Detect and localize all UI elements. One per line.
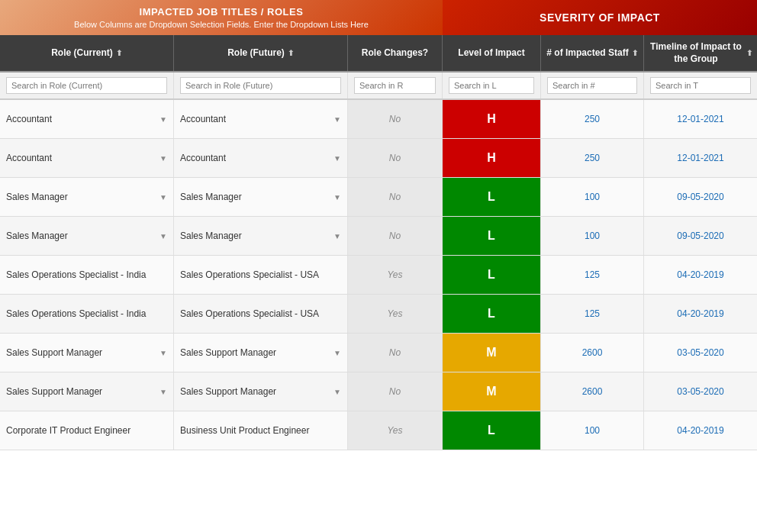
timeline-value: 04-20-2019: [677, 269, 723, 280]
cell-current: Sales Support Manager ▼: [0, 334, 174, 372]
cell-future: Sales Support Manager ▼: [174, 334, 348, 372]
search-row: [0, 73, 757, 100]
search-input-future[interactable]: [180, 77, 341, 94]
search-cell-staff: [541, 73, 644, 98]
search-cell-timeline: [644, 73, 757, 98]
cell-impact: L: [443, 411, 541, 450]
table-row: Sales Support Manager ▼ Sales Support Ma…: [0, 372, 757, 411]
changes-value: Yes: [387, 425, 402, 436]
impact-badge: H: [443, 139, 540, 177]
top-header: IMPACTED JOB TITLES / ROLES Below Column…: [0, 0, 757, 35]
sort-arrow-future[interactable]: ⬆: [288, 48, 294, 58]
cell-staff: 2600: [541, 334, 644, 372]
sort-arrow-staff[interactable]: ⬆: [632, 48, 638, 58]
table-row: Sales Support Manager ▼ Sales Support Ma…: [0, 334, 757, 372]
role-future-value: Sales Support Manager: [180, 386, 330, 397]
changes-value: No: [389, 114, 401, 124]
timeline-value: 12-01-2021: [677, 114, 723, 124]
sort-arrow-timeline[interactable]: ⬆: [746, 48, 752, 58]
changes-value: Yes: [387, 308, 402, 319]
data-rows: Accountant ▼ Accountant ▼ No H 250 12-01…: [0, 100, 757, 450]
cell-staff: 125: [541, 295, 644, 333]
cell-timeline: 04-20-2019: [644, 295, 757, 333]
sort-arrow-current[interactable]: ⬆: [116, 48, 122, 58]
cell-future: Sales Support Manager ▼: [174, 372, 348, 411]
cell-impact: L: [443, 295, 541, 333]
impact-badge: M: [443, 372, 540, 411]
cell-staff: 125: [541, 256, 644, 294]
cell-impact: L: [443, 217, 541, 255]
impacted-jobs-title: IMPACTED JOB TITLES / ROLES: [8, 6, 435, 18]
staff-value: 100: [585, 192, 600, 202]
cell-timeline: 04-20-2019: [644, 411, 757, 450]
timeline-value: 03-05-2020: [677, 386, 723, 397]
impact-badge: L: [443, 411, 540, 450]
impact-badge: M: [443, 334, 540, 372]
cell-impact: L: [443, 178, 541, 216]
role-future-value: Sales Operations Specialist - USA: [180, 269, 341, 280]
impact-badge: H: [443, 100, 540, 138]
cell-impact: H: [443, 100, 541, 138]
dropdown-arrow-future[interactable]: ▼: [333, 388, 341, 396]
table-row: Sales Manager ▼ Sales Manager ▼ No L 100…: [0, 217, 757, 256]
col-header-timeline[interactable]: Timeline of Impact to the Group ⬆: [644, 35, 757, 71]
cell-future: Sales Operations Specialist - USA: [174, 256, 348, 294]
impact-badge: L: [443, 217, 540, 255]
staff-value: 100: [585, 425, 600, 436]
changes-value: No: [389, 192, 401, 202]
role-current-value: Accountant: [6, 114, 156, 124]
staff-value: 125: [585, 269, 600, 280]
role-future-value: Accountant: [180, 114, 330, 124]
cell-impact: L: [443, 256, 541, 294]
dropdown-arrow-future[interactable]: ▼: [333, 193, 341, 202]
cell-current: Sales Operations Specialist - India: [0, 295, 174, 333]
changes-value: Yes: [387, 269, 402, 280]
dropdown-arrow-current[interactable]: ▼: [159, 154, 167, 163]
dropdown-arrow-current[interactable]: ▼: [159, 232, 167, 240]
cell-current: Sales Manager ▼: [0, 217, 174, 255]
cell-impact: H: [443, 139, 541, 177]
search-input-changes[interactable]: [354, 77, 436, 94]
col-header-current[interactable]: Role (Current) ⬆: [0, 35, 174, 71]
timeline-value: 03-05-2020: [677, 347, 723, 358]
search-input-impact[interactable]: [449, 77, 534, 94]
dropdown-arrow-future[interactable]: ▼: [333, 349, 341, 357]
cell-current: Accountant ▼: [0, 139, 174, 177]
cell-current: Sales Operations Specialist - India: [0, 256, 174, 294]
role-current-value: Sales Operations Specialist - India: [6, 269, 167, 280]
staff-value: 125: [585, 308, 600, 319]
main-table: IMPACTED JOB TITLES / ROLES Below Column…: [0, 0, 757, 450]
dropdown-arrow-future[interactable]: ▼: [333, 154, 341, 163]
changes-value: No: [389, 153, 401, 163]
cell-future: Sales Manager ▼: [174, 217, 348, 255]
cell-current: Accountant ▼: [0, 100, 174, 138]
timeline-value: 09-05-2020: [677, 231, 723, 241]
role-future-value: Sales Manager: [180, 192, 330, 202]
cell-timeline: 09-05-2020: [644, 217, 757, 255]
cell-staff: 2600: [541, 372, 644, 411]
role-current-value: Sales Support Manager: [6, 347, 156, 358]
cell-changes: No: [348, 139, 443, 177]
role-future-value: Sales Operations Specialist - USA: [180, 308, 341, 319]
search-input-current[interactable]: [6, 77, 167, 94]
dropdown-arrow-future[interactable]: ▼: [333, 232, 341, 240]
dropdown-arrow-current[interactable]: ▼: [159, 349, 167, 357]
cell-changes: No: [348, 334, 443, 372]
cell-future: Sales Manager ▼: [174, 178, 348, 216]
cell-timeline: 09-05-2020: [644, 178, 757, 216]
dropdown-arrow-current[interactable]: ▼: [159, 388, 167, 396]
search-input-staff[interactable]: [547, 77, 637, 94]
dropdown-arrow-current[interactable]: ▼: [159, 193, 167, 202]
cell-current: Sales Manager ▼: [0, 178, 174, 216]
cell-timeline: 12-01-2021: [644, 100, 757, 138]
col-header-staff[interactable]: # of Impacted Staff ⬆: [541, 35, 644, 71]
dropdown-arrow-future[interactable]: ▼: [333, 115, 341, 124]
changes-value: No: [389, 386, 401, 397]
dropdown-arrow-current[interactable]: ▼: [159, 115, 167, 124]
cell-timeline: 03-05-2020: [644, 372, 757, 411]
cell-changes: No: [348, 178, 443, 216]
search-input-timeline[interactable]: [650, 77, 751, 94]
search-cell-changes: [348, 73, 443, 98]
col-header-future[interactable]: Role (Future) ⬆: [174, 35, 348, 71]
impacted-jobs-header: IMPACTED JOB TITLES / ROLES Below Column…: [0, 0, 443, 35]
